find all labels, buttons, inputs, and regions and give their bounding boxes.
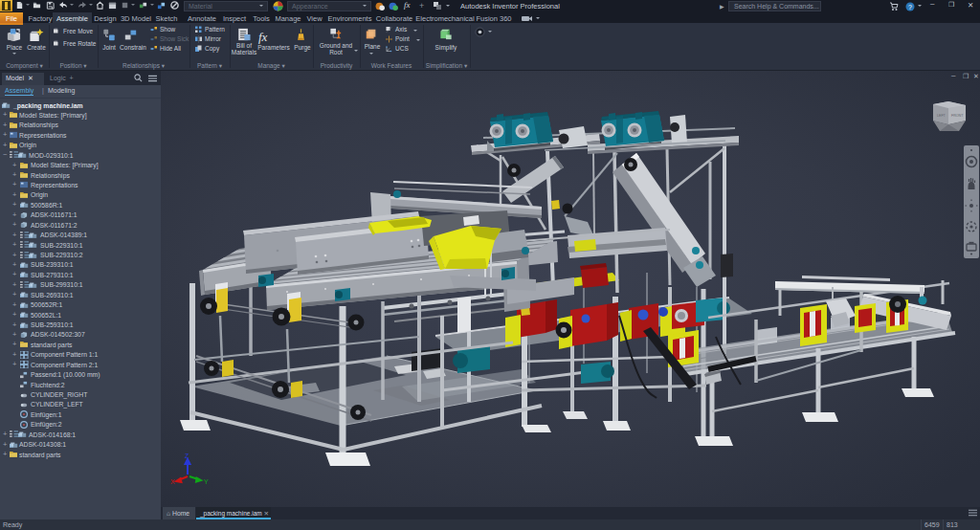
svg-text:Z: Z [185, 453, 189, 459]
svg-text:X: X [170, 478, 175, 485]
svg-text:?: ? [908, 4, 912, 11]
svg-text:LEFT: LEFT [937, 114, 947, 118]
svg-text:Y: Y [204, 478, 209, 485]
svg-text:FRONT: FRONT [951, 114, 964, 118]
